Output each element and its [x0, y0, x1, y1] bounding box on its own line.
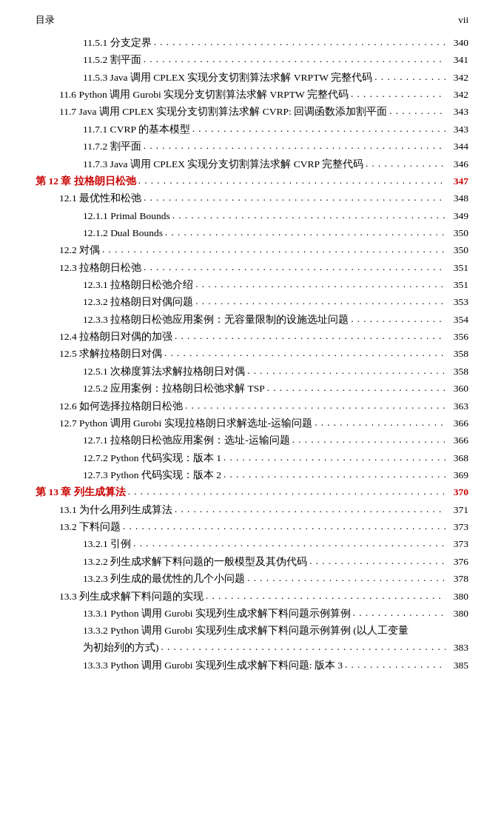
toc-entry-12: 12.2 对偶350 [36, 241, 468, 258]
toc-entry-18: 12.5 求解拉格朗日对偶358 [36, 345, 468, 362]
toc-entry-15: 12.3.2 拉格朗日对偶问题353 [36, 293, 468, 310]
toc-entry-25: 12.7.3 Python 代码实现：版本 2369 [36, 466, 468, 483]
toc-page: 350 [448, 241, 468, 258]
toc-page: 378 [448, 570, 468, 587]
toc-page: 366 [448, 432, 468, 449]
toc-entry-2: 11.5.3 Java 调用 CPLEX 实现分支切割算法求解 VRPTW 完整… [36, 69, 468, 86]
toc-page: 351 [448, 276, 468, 293]
toc-entry-3: 11.6 Python 调用 Gurobi 实现分支切割算法求解 VRPTW 完… [36, 86, 468, 103]
toc-label: 12.7.2 Python 代码实现：版本 1 [83, 449, 221, 466]
toc-dots [351, 86, 446, 102]
toc-dots [267, 380, 446, 396]
toc-entry-17: 12.4 拉格朗日对偶的加强356 [36, 328, 468, 345]
toc-entry-1: 11.5.2 割平面341 [36, 51, 468, 68]
toc-dots [192, 121, 446, 137]
toc-page: 363 [448, 398, 468, 415]
toc-entry-5: 11.7.1 CVRP 的基本模型343 [36, 121, 468, 138]
toc-page: 369 [448, 466, 468, 483]
toc-entry-21: 12.6 如何选择拉格朗日松弛363 [36, 398, 468, 415]
toc-page: 368 [448, 449, 468, 466]
toc-page: 373 [448, 518, 468, 535]
toc-entry-30: 13.2.2 列生成求解下料问题的一般模型及其伪代码376 [36, 553, 468, 570]
toc-page: 343 [448, 121, 468, 138]
toc-label: 13.3.2 Python 调用 Gurobi 实现列生成求解下料问题示例算例 … [83, 622, 409, 639]
toc-label: 12.7.1 拉格朗日松弛应用案例：选址-运输问题 [83, 432, 290, 449]
toc-page: 383 [448, 639, 468, 656]
toc-page: 354 [448, 311, 468, 328]
toc-label: 11.6 Python 调用 Gurobi 实现分支切割算法求解 VRPTW 完… [59, 86, 349, 103]
toc-entry-4: 11.7 Java 调用 CPLEX 实现分支切割算法求解 CVRP: 回调函数… [36, 103, 468, 120]
toc-dots [123, 518, 446, 534]
toc-entry-24: 12.7.2 Python 代码实现：版本 1368 [36, 449, 468, 466]
toc-page: 342 [448, 86, 468, 103]
toc-dots [165, 224, 446, 241]
toc-dots [351, 311, 446, 327]
toc-entry-32: 13.3 列生成求解下料问题的实现380 [36, 588, 468, 605]
toc-label: 12.5.1 次梯度算法求解拉格朗日对偶 [83, 363, 245, 380]
toc-entry-13: 12.3 拉格朗日松弛351 [36, 259, 468, 276]
toc-label: 13.1 为什么用列生成算法 [59, 501, 172, 518]
toc-entry-28: 13.2 下料问题373 [36, 518, 468, 535]
toc-label: 11.5.2 割平面 [83, 51, 141, 68]
toc-dots [366, 155, 446, 172]
toc-dots [206, 588, 446, 604]
toc-label: 12.7.3 Python 代码实现：版本 2 [83, 466, 221, 483]
toc-label: 12.1 最优性和松弛 [59, 190, 141, 207]
toc-dots [128, 483, 446, 500]
toc-label: 12.3.2 拉格朗日对偶问题 [83, 293, 193, 310]
toc-page: 349 [448, 207, 468, 224]
toc-label: 13.2 下料问题 [59, 518, 121, 535]
toc-page: 380 [448, 588, 468, 605]
toc-label: 为初始列的方式) [83, 639, 159, 656]
toc-label: 11.5.3 Java 调用 CPLEX 实现分支切割算法求解 VRPTW 完整… [83, 69, 372, 86]
toc-entry-9: 12.1 最优性和松弛348 [36, 190, 468, 207]
toc-label: 13.3 列生成求解下料问题的实现 [59, 588, 204, 605]
toc-label: 12.6 如何选择拉格朗日松弛 [59, 398, 183, 415]
toc-page: 348 [448, 190, 468, 207]
toc-page: 380 [448, 605, 468, 622]
toc-label: 第 12 章 拉格朗日松弛 [36, 172, 136, 190]
toc-dots [175, 328, 446, 344]
toc-page: 385 [448, 657, 468, 674]
toc-label: 12.3.1 拉格朗日松弛介绍 [83, 276, 193, 293]
toc-label: 12.2 对偶 [59, 241, 100, 258]
toc-dots [389, 103, 446, 119]
toc-entry-26: 第 13 章 列生成算法370 [36, 483, 468, 500]
toc-page: 347 [448, 172, 468, 190]
toc-page: 342 [448, 69, 468, 86]
toc-entry-20: 12.5.2 应用案例：拉格朗日松弛求解 TSP360 [36, 380, 468, 397]
toc-label: 12.1.2 Dual Bounds [83, 224, 163, 241]
toc-entry-34: 13.3.2 Python 调用 Gurobi 实现列生成求解下料问题示例算例 … [36, 622, 468, 657]
toc-dots [195, 293, 446, 309]
toc-dots [133, 535, 446, 551]
toc-dots [247, 570, 446, 586]
toc-dots [315, 415, 446, 431]
toc-label: 13.2.3 列生成的最优性的几个小问题 [83, 570, 245, 587]
toc-entry-23: 12.7.1 拉格朗日松弛应用案例：选址-运输问题366 [36, 432, 468, 449]
toc-entry-29: 13.2.1 引例373 [36, 535, 468, 552]
toc-page: 343 [448, 103, 468, 120]
toc-dots [224, 466, 446, 483]
toc-label: 12.3 拉格朗日松弛 [59, 259, 141, 276]
toc-entry-6: 11.7.2 割平面344 [36, 138, 468, 155]
toc-label: 12.5.2 应用案例：拉格朗日松弛求解 TSP [83, 380, 265, 397]
toc-label: 13.3.3 Python 调用 Gurobi 实现列生成求解下料问题: 版本 … [83, 657, 343, 674]
toc-page: 344 [448, 138, 468, 155]
toc-label: 第 13 章 列生成算法 [36, 483, 126, 500]
toc-label: 13.2.2 列生成求解下料问题的一般模型及其伪代码 [83, 553, 307, 570]
toc-dots [353, 605, 446, 621]
toc-entry-line2: 为初始列的方式)383 [36, 639, 468, 656]
toc-page: 350 [448, 224, 468, 241]
toc-label: 11.7.2 割平面 [83, 138, 141, 155]
toc-dots [292, 432, 446, 448]
toc-entry-8: 第 12 章 拉格朗日松弛347 [36, 172, 468, 190]
toc-entry-22: 12.7 Python 调用 Gurobi 实现拉格朗日求解选址-运输问题366 [36, 415, 468, 432]
toc-page: 371 [448, 501, 468, 518]
toc-dots [164, 345, 446, 361]
toc-label: 11.7.3 Java 调用 CPLEX 实现分支切割算法求解 CVRP 完整代… [83, 155, 363, 172]
toc-entry-11: 12.1.2 Dual Bounds350 [36, 224, 468, 241]
toc-dots [374, 69, 446, 85]
toc-dots [144, 259, 446, 275]
toc-entry-7: 11.7.3 Java 调用 CPLEX 实现分支切割算法求解 CVRP 完整代… [36, 155, 468, 172]
toc-dots [138, 172, 446, 189]
